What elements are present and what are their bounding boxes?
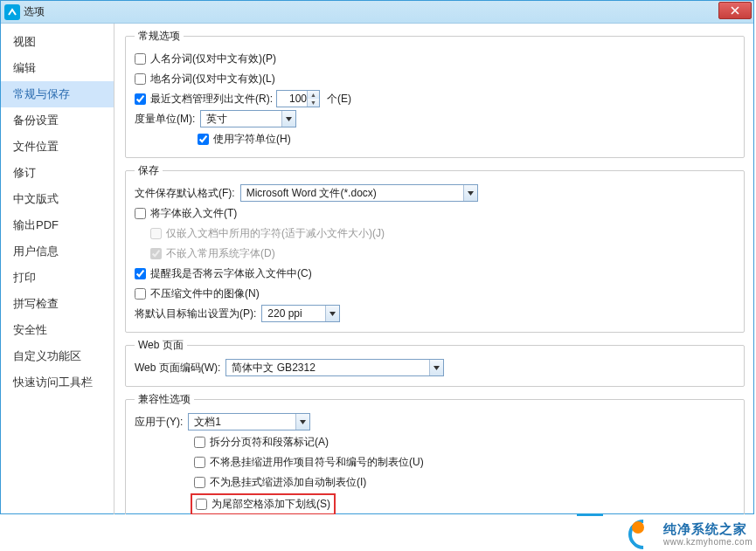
target-output-label: 将默认目标输出设置为(P):	[135, 306, 256, 321]
sidebar-item-backup[interactable]: 备份设置	[1, 107, 114, 134]
measure-combo[interactable]: 英寸	[200, 110, 296, 127]
general-legend: 常规选项	[135, 29, 184, 44]
lbl-place-segmentation: 地名分词(仅对中文有效)(L)	[150, 72, 275, 86]
brand-logo: 纯净系统之家 www.kzmyhome.com	[628, 520, 753, 549]
sidebar-item-file-location[interactable]: 文件位置	[1, 134, 114, 160]
brand-logo-icon	[628, 520, 658, 549]
web-group: Web 页面 Web 页面编码(W): 简体中文 GB2312	[125, 338, 745, 387]
cb-no-common-fonts	[150, 248, 162, 259]
highlight-underline-trailing-spaces: 为尾部空格添加下划线(S)	[191, 493, 336, 514]
cb-place-segmentation[interactable]	[135, 73, 146, 85]
lbl-underline-trailing-spaces: 为尾部空格添加下划线(S)	[212, 497, 330, 512]
lbl-recent-files: 最近文档管理列出文件(R):	[150, 92, 273, 107]
sidebar-item-quick-access[interactable]: 快速访问工具栏	[1, 369, 114, 396]
lbl-name-segmentation: 人名分词(仅对中文有效)(P)	[150, 52, 276, 66]
sidebar-item-spellcheck[interactable]: 拼写检查	[1, 291, 114, 317]
web-encoding-value: 简体中文 GB2312	[232, 361, 315, 375]
lbl-no-common-fonts: 不嵌入常用系统字体(D)	[166, 246, 275, 261]
recent-files-unit: 个(E)	[327, 92, 351, 107]
app-icon	[4, 4, 20, 20]
web-encoding-label: Web 页面编码(W):	[135, 361, 220, 375]
lbl-no-hanging-tab: 不将悬挂缩进用作项目符号和编号的制表位(U)	[210, 455, 424, 470]
lbl-no-compress-image: 不压缩文件中的图像(N)	[150, 286, 260, 301]
recent-files-spinner[interactable]: 100 ▲▼	[276, 90, 320, 107]
brand-name: 纯净系统之家	[663, 522, 753, 537]
apply-to-value: 文档1	[194, 415, 221, 430]
cb-only-used-chars	[150, 228, 162, 239]
sidebar-item-edit[interactable]: 编辑	[1, 55, 114, 81]
sidebar-item-view[interactable]: 视图	[1, 29, 114, 55]
default-format-combo[interactable]: Microsoft Word 文件(*.docx)	[240, 184, 478, 202]
sidebar-item-print[interactable]: 打印	[1, 265, 114, 291]
recent-files-value: 100	[289, 93, 307, 105]
cb-split-page-break[interactable]	[194, 437, 205, 448]
cb-recent-files[interactable]	[135, 93, 146, 105]
close-icon	[731, 6, 739, 15]
web-encoding-combo[interactable]: 简体中文 GB2312	[225, 359, 444, 376]
content-panel: 常规选项 人名分词(仅对中文有效)(P) 地名分词(仅对中文有效)(L) 最近文…	[114, 24, 753, 514]
compat-group: 兼容性选项 应用于(Y): 文档1 拆分分页符和段落标记(A) 不将悬挂缩进用作…	[125, 392, 745, 514]
spin-down-icon[interactable]: ▼	[308, 99, 319, 107]
cb-no-auto-tab[interactable]	[194, 477, 205, 488]
cb-char-unit[interactable]	[198, 134, 209, 145]
save-group: 保存 文件保存默认格式(F): Microsoft Word 文件(*.docx…	[125, 163, 745, 333]
cb-underline-trailing-spaces[interactable]	[196, 499, 207, 510]
sidebar-item-revision[interactable]: 修订	[1, 160, 114, 186]
brand-url: www.kzmyhome.com	[663, 537, 753, 547]
spin-up-icon[interactable]: ▲	[308, 91, 319, 99]
body-area: 视图 编辑 常规与保存 备份设置 文件位置 修订 中文版式 输出PDF 用户信息…	[1, 24, 753, 514]
web-legend: Web 页面	[135, 338, 187, 353]
chevron-down-icon	[463, 185, 477, 201]
footer-watermark: 纯净系统之家 www.kzmyhome.com	[628, 520, 753, 549]
lbl-prompt-cloud-font: 提醒我是否将云字体嵌入文件中(C)	[150, 266, 312, 281]
chevron-down-icon	[295, 414, 309, 430]
sidebar: 视图 编辑 常规与保存 备份设置 文件位置 修订 中文版式 输出PDF 用户信息…	[1, 24, 114, 514]
chevron-down-icon	[429, 360, 443, 375]
spinner-buttons[interactable]: ▲▼	[307, 91, 319, 107]
default-format-value: Microsoft Word 文件(*.docx)	[246, 186, 377, 201]
sidebar-item-output-pdf[interactable]: 输出PDF	[1, 212, 114, 238]
cb-name-segmentation[interactable]	[135, 53, 146, 65]
apply-to-label: 应用于(Y):	[135, 415, 183, 430]
chevron-down-icon	[281, 111, 295, 127]
decorative-underline	[577, 513, 603, 516]
sidebar-item-chinese-layout[interactable]: 中文版式	[1, 186, 114, 212]
compat-legend: 兼容性选项	[135, 392, 194, 407]
measure-label: 度量单位(M):	[135, 112, 195, 127]
target-output-combo[interactable]: 220 ppi	[261, 305, 340, 322]
sidebar-item-security[interactable]: 安全性	[1, 317, 114, 343]
target-output-value: 220 ppi	[267, 307, 302, 320]
options-window: 选项 视图 编辑 常规与保存 备份设置 文件位置 修订 中文版式 输出PDF 用…	[0, 0, 754, 514]
chevron-down-icon	[325, 306, 339, 321]
cb-no-compress-image[interactable]	[135, 288, 146, 300]
general-group: 常规选项 人名分词(仅对中文有效)(P) 地名分词(仅对中文有效)(L) 最近文…	[125, 29, 745, 158]
sidebar-item-customize-ribbon[interactable]: 自定义功能区	[1, 343, 114, 369]
close-button[interactable]	[718, 2, 752, 19]
cb-no-hanging-tab[interactable]	[194, 457, 205, 468]
title-bar: 选项	[1, 1, 753, 24]
window-title: 选项	[24, 4, 45, 19]
lbl-only-used-chars: 仅嵌入文档中所用的字符(适于减小文件大小)(J)	[166, 226, 385, 241]
lbl-no-auto-tab: 不为悬挂式缩进添加自动制表位(I)	[210, 475, 366, 490]
sidebar-item-user-info[interactable]: 用户信息	[1, 238, 114, 265]
lbl-split-page-break: 拆分分页符和段落标记(A)	[210, 435, 329, 450]
cb-embed-fonts[interactable]	[135, 208, 146, 219]
measure-value: 英寸	[206, 112, 227, 127]
lbl-embed-fonts: 将字体嵌入文件(T)	[150, 206, 237, 221]
cb-prompt-cloud-font[interactable]	[135, 268, 146, 279]
save-legend: 保存	[135, 163, 163, 178]
default-format-label: 文件保存默认格式(F):	[135, 186, 235, 201]
sidebar-item-general-save[interactable]: 常规与保存	[1, 81, 114, 107]
lbl-char-unit: 使用字符单位(H)	[213, 132, 291, 147]
apply-to-combo[interactable]: 文档1	[188, 413, 310, 430]
